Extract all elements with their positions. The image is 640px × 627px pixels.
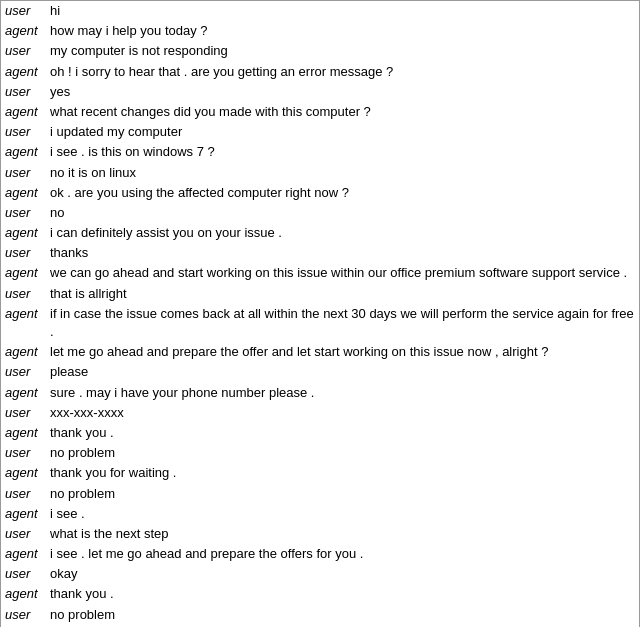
role-label: agent: [5, 184, 50, 202]
chat-row: agentwhat recent changes did you made wi…: [1, 102, 639, 122]
role-label: user: [5, 525, 50, 543]
role-label: agent: [5, 464, 50, 482]
message-text: sure . may i have your phone number plea…: [50, 384, 635, 402]
role-label: user: [5, 444, 50, 462]
role-label: agent: [5, 384, 50, 402]
chat-row: agenthow may i help you today ?: [1, 21, 639, 41]
role-label: agent: [5, 585, 50, 603]
role-label: user: [5, 404, 50, 422]
chat-row: agentif in case the issue comes back at …: [1, 304, 639, 342]
message-text: thank you .: [50, 424, 635, 442]
role-label: user: [5, 244, 50, 262]
chat-row: useri updated my computer: [1, 122, 639, 142]
chat-row: userno: [1, 203, 639, 223]
message-text: we can go ahead and start working on thi…: [50, 264, 635, 282]
role-label: agent: [5, 103, 50, 121]
role-label: user: [5, 285, 50, 303]
message-text: hi: [50, 2, 635, 20]
role-label: user: [5, 123, 50, 141]
chat-row: userxxx-xxx-xxxx: [1, 403, 639, 423]
message-text: if in case the issue comes back at all w…: [50, 305, 635, 341]
message-text: thank you for waiting .: [50, 464, 635, 482]
role-label: agent: [5, 63, 50, 81]
message-text: yes: [50, 83, 635, 101]
chat-row: agentlet me go ahead and prepare the off…: [1, 342, 639, 362]
message-text: i can definitely assist you on your issu…: [50, 224, 635, 242]
role-label: agent: [5, 545, 50, 563]
chat-row: useryes: [1, 82, 639, 102]
message-text: that is allright: [50, 285, 635, 303]
message-text: ok . are you using the affected computer…: [50, 184, 635, 202]
role-label: user: [5, 2, 50, 20]
chat-row: agenti see . is this on windows 7 ?: [1, 142, 639, 162]
message-text: no problem: [50, 606, 635, 624]
role-label: user: [5, 363, 50, 381]
role-label: user: [5, 164, 50, 182]
role-label: user: [5, 565, 50, 583]
chat-row: agentoh ! i sorry to hear that . are you…: [1, 62, 639, 82]
chat-row: agenti see . let me go ahead and prepare…: [1, 544, 639, 564]
role-label: agent: [5, 143, 50, 161]
role-label: agent: [5, 224, 50, 242]
message-text: i see .: [50, 505, 635, 523]
chat-row: userthanks: [1, 243, 639, 263]
chat-row: userno problem: [1, 443, 639, 463]
message-text: okay: [50, 565, 635, 583]
chat-row: userno problem: [1, 605, 639, 625]
chat-row: agentthank you .: [1, 423, 639, 443]
chat-row: userhi: [1, 1, 639, 21]
message-text: no problem: [50, 444, 635, 462]
message-text: no: [50, 204, 635, 222]
message-text: oh ! i sorry to hear that . are you gett…: [50, 63, 635, 81]
role-label: agent: [5, 424, 50, 442]
message-text: i see . let me go ahead and prepare the …: [50, 545, 635, 563]
role-label: agent: [5, 305, 50, 323]
message-text: please: [50, 363, 635, 381]
message-text: no it is on linux: [50, 164, 635, 182]
chat-row: userthat is allright: [1, 284, 639, 304]
chat-row: agenti can definitely assist you on your…: [1, 223, 639, 243]
message-text: i see . is this on windows 7 ?: [50, 143, 635, 161]
chat-row: agentok . are you using the affected com…: [1, 183, 639, 203]
message-text: let me go ahead and prepare the offer an…: [50, 343, 635, 361]
message-text: xxx-xxx-xxxx: [50, 404, 635, 422]
message-text: what is the next step: [50, 525, 635, 543]
role-label: agent: [5, 505, 50, 523]
role-label: agent: [5, 22, 50, 40]
chat-row: userwhat is the next step: [1, 524, 639, 544]
role-label: user: [5, 606, 50, 624]
role-label: user: [5, 42, 50, 60]
role-label: user: [5, 204, 50, 222]
role-label: user: [5, 83, 50, 101]
message-text: how may i help you today ?: [50, 22, 635, 40]
chat-row: agentthank you .: [1, 584, 639, 604]
chat-row: userplease: [1, 362, 639, 382]
message-text: thank you .: [50, 585, 635, 603]
chat-row: userno it is on linux: [1, 163, 639, 183]
message-text: my computer is not responding: [50, 42, 635, 60]
chat-row: agenti see .: [1, 504, 639, 524]
chat-row: usermy computer is not responding: [1, 41, 639, 61]
chat-row: agentwe can go ahead and start working o…: [1, 263, 639, 283]
chat-row: agentsure . may i have your phone number…: [1, 383, 639, 403]
message-text: no problem: [50, 485, 635, 503]
message-text: what recent changes did you made with th…: [50, 103, 635, 121]
message-text: i updated my computer: [50, 123, 635, 141]
role-label: user: [5, 485, 50, 503]
chat-row: userno problem: [1, 484, 639, 504]
chat-row: agentthank you for waiting .: [1, 463, 639, 483]
chat-row: userokay: [1, 564, 639, 584]
chat-container: userhiagenthow may i help you today ?use…: [0, 0, 640, 627]
message-text: thanks: [50, 244, 635, 262]
role-label: agent: [5, 264, 50, 282]
role-label: agent: [5, 343, 50, 361]
